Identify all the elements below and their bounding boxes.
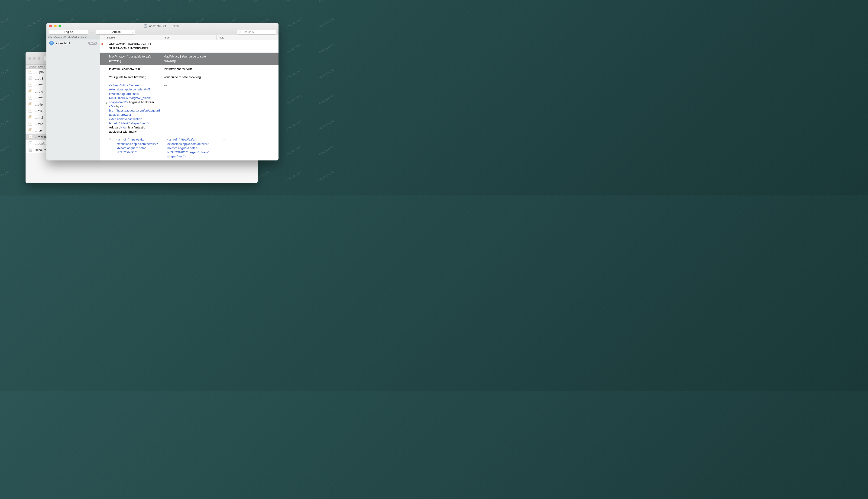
xib-file-icon	[28, 135, 33, 139]
document-icon: ◎	[144, 24, 147, 28]
safari-icon	[49, 41, 54, 46]
minimize-icon[interactable]	[33, 57, 36, 60]
status-header[interactable]	[100, 35, 105, 40]
source-language-select[interactable]: English	[49, 30, 88, 35]
table-row[interactable]: AND AVOID TRACKING WHILE SURFING THE INT…	[100, 40, 278, 53]
back-traffic-lights	[28, 57, 40, 60]
close-icon[interactable]	[49, 25, 52, 27]
xib-file-icon	[28, 122, 33, 126]
search-input[interactable]: Search All	[237, 30, 276, 35]
source-cell: <a href="https://safari-extensions.apple…	[105, 83, 161, 134]
edited-indicator[interactable]: — Edited ˅	[167, 24, 181, 28]
minimize-icon[interactable]	[54, 25, 57, 27]
toolbar: English › German ▴▾ Search All	[46, 29, 278, 35]
table-row[interactable]: ▼ <a href="https://safari-extensions.app…	[100, 81, 278, 136]
plist-file-icon: PLIST	[28, 76, 33, 81]
source-cell: <a href="https://safari-extensions.apple…	[112, 137, 165, 159]
table-row[interactable]: Your guide to safe browsing Your guide t…	[100, 73, 278, 81]
table-row[interactable]: text/html; charset=utf-8 text/html; char…	[100, 65, 278, 73]
xib-file-icon	[28, 128, 33, 132]
xib-file-icon	[28, 102, 33, 107]
sidebar-item-label: index.html	[56, 41, 86, 45]
traffic-lights	[49, 25, 61, 27]
sidebar-path: /Users/mrqwirk/D…data/index.html.xlf	[46, 35, 100, 39]
xib-file-icon	[28, 109, 33, 113]
titlebar: ◎ index.html.xlf — Edited ˅ English › Ge…	[46, 23, 278, 35]
status-dot-icon	[102, 43, 103, 45]
plist-file-icon: PLIST	[28, 148, 33, 152]
info-icon	[109, 138, 111, 140]
sidebar: /Users/mrqwirk/D…data/index.html.xlf ind…	[46, 35, 100, 160]
column-headers: Source Target Note	[100, 35, 278, 40]
target-cell: ---	[161, 83, 216, 87]
svg-point-0	[239, 31, 241, 32]
maximize-icon[interactable]	[38, 57, 40, 60]
maximize-icon[interactable]	[59, 25, 61, 27]
search-icon	[239, 31, 241, 34]
title-text: index.html.xlf	[148, 24, 166, 28]
chevron-updown-icon: ▴▾	[132, 31, 133, 33]
xib-file-icon	[28, 115, 33, 119]
table-subrow[interactable]: <a href="https://safari-extensions.apple…	[100, 136, 278, 160]
xib-file-icon	[28, 83, 33, 87]
xib-file-icon	[28, 70, 33, 74]
table-row[interactable]: MacPrivacy | Your guide to safe browsing…	[100, 53, 278, 65]
source-header[interactable]: Source	[105, 35, 161, 40]
translation-rows: AND AVOID TRACKING WHILE SURFING THE INT…	[100, 40, 278, 160]
progress-badge: 74/85	[88, 42, 97, 45]
sidebar-file-item[interactable]: index.html 74/85	[46, 39, 100, 47]
window-title: ◎ index.html.xlf — Edited ˅	[144, 24, 181, 28]
close-icon[interactable]	[28, 57, 31, 60]
direction-arrow-icon: ›	[90, 30, 94, 34]
svg-line-1	[241, 32, 241, 33]
main-window: ◎ index.html.xlf — Edited ˅ English › Ge…	[46, 23, 278, 160]
strings-file-icon: T	[28, 141, 33, 145]
disclosure-triangle-icon[interactable]: ▼	[105, 102, 108, 104]
content-area: Source Target Note AND AVOID TRACKING WH…	[100, 35, 278, 160]
target-header[interactable]: Target	[161, 35, 216, 40]
xib-file-icon	[28, 89, 33, 94]
target-language-select[interactable]: German ▴▾	[96, 30, 135, 35]
xib-file-icon	[28, 96, 33, 100]
target-cell: <a href="https://safari-extensions.apple…	[165, 137, 220, 159]
note-header[interactable]: Note	[216, 35, 278, 40]
